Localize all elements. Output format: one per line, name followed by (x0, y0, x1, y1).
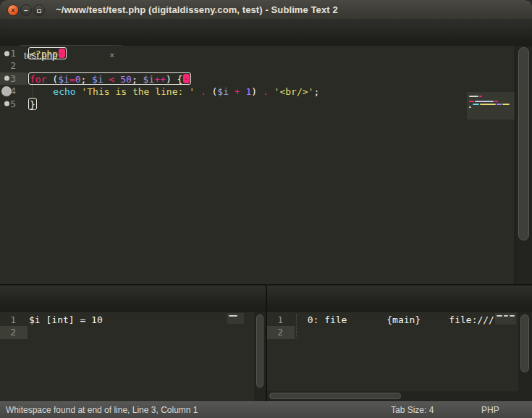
indent-guide (32, 85, 33, 98)
code-token: '<br/>' (274, 86, 314, 97)
tab-label: test.php (24, 45, 57, 66)
title-bar[interactable]: × − ~/www/test/test.php (digitaldisseny.… (0, 0, 532, 20)
line-number: 1 (0, 314, 28, 326)
breakpoint-region: } (28, 98, 37, 110)
line-number: 2 (0, 326, 28, 338)
code-token (195, 86, 200, 97)
trailing-space-marker (59, 49, 65, 58)
code-token: 50 (120, 74, 132, 85)
status-syntax[interactable]: PHP (481, 405, 499, 415)
editor-code-lines[interactable]: <?phpfor ($i=0; $i < 50; $i++) { echo 'T… (30, 47, 465, 110)
minimap-viewport[interactable] (467, 92, 515, 120)
current-position-icon[interactable] (1, 86, 12, 96)
line-number: 1 (267, 314, 295, 326)
context-panel-tab-bar: Xdebug Context × (0, 285, 266, 312)
code-token: ; (80, 74, 92, 85)
panel-line[interactable] (29, 326, 103, 338)
code-token (257, 86, 263, 97)
code-token: . (200, 86, 206, 97)
gutter-row[interactable]: 2 (0, 326, 28, 338)
gutter-row[interactable]: 3 (0, 72, 28, 85)
xdebug-stack-panel[interactable]: 12 0: file {main} file:/// (267, 312, 532, 401)
context-vscrollbar-thumb[interactable] (256, 314, 263, 388)
main-tab-bar: test.php × (0, 20, 532, 46)
minimap-mark (510, 315, 515, 317)
minimap-mark (497, 315, 502, 317)
window-title: ~/www/test/test.php (digitaldisseny.com,… (56, 4, 338, 15)
minimap-mark (497, 104, 502, 105)
code-line[interactable]: echo 'This is the line: ' . ($i + 1) . '… (30, 85, 465, 97)
stack-gutter[interactable]: 12 (267, 314, 295, 339)
code-line[interactable]: for ($i=0; $i < 50; $i++) { (30, 72, 465, 85)
code-token: ) { (166, 74, 182, 85)
minimap-mark (475, 101, 494, 102)
gutter-row[interactable]: 1 (267, 314, 295, 326)
editor-vscrollbar-thumb[interactable] (518, 47, 529, 241)
context-gutter[interactable]: 12 (0, 314, 28, 339)
stack-vscrollbar-thumb[interactable] (520, 314, 529, 372)
close-button[interactable]: × (7, 4, 19, 16)
code-token: 'This is the line: ' (81, 86, 195, 97)
status-tab-size[interactable]: Tab Size: 4 (391, 405, 434, 415)
breakpoint-icon[interactable] (4, 76, 9, 81)
gutter-row[interactable]: 1 (0, 314, 28, 326)
status-bar: Whitespace found at end of line, Line 3,… (0, 401, 532, 418)
panel-line[interactable]: 0: file {main} file:/// (296, 314, 494, 326)
breakpoint-icon[interactable] (4, 101, 9, 106)
trailing-space-marker (183, 74, 190, 83)
tab-close-icon[interactable]: × (110, 45, 114, 66)
context-vscrollbar[interactable] (254, 312, 266, 401)
code-token: $i (58, 74, 69, 85)
code-token: ; (313, 86, 319, 97)
editor-vscrollbar[interactable] (515, 46, 532, 284)
code-token: } (30, 99, 35, 110)
code-token: $i (217, 86, 229, 97)
gutter-row[interactable]: 4 (0, 85, 28, 97)
xdebug-context-panel[interactable]: 12 $i [int] = 10 (0, 312, 266, 401)
stack-panel-tab-bar: Xdebug Stack × (267, 285, 532, 312)
minimap-mark (479, 96, 482, 97)
code-line[interactable]: <?php (30, 47, 465, 59)
code-token: $i (92, 74, 104, 85)
code-token: = (69, 74, 75, 85)
breakpoint-region: for ($i=0; $i < 50; $i++) { (28, 72, 191, 85)
minimize-button[interactable]: − (20, 4, 32, 16)
window-controls: × − (7, 4, 45, 16)
code-token: + (235, 86, 240, 97)
stack-hscrollbar-thumb[interactable] (269, 393, 401, 399)
stack-vscrollbar[interactable] (518, 312, 532, 391)
stack-lines[interactable]: 0: file {main} file:/// (296, 314, 494, 339)
gutter-row[interactable]: 5 (0, 98, 28, 110)
code-token: . (263, 86, 269, 97)
breakpoint-icon[interactable] (4, 51, 9, 56)
minimap-mark (469, 101, 474, 102)
panel-line[interactable] (296, 326, 494, 338)
context-lines[interactable]: $i [int] = 10 (29, 314, 103, 339)
stack-hscrollbar[interactable] (267, 391, 532, 401)
code-editor[interactable]: 12345 <?phpfor ($i=0; $i < 50; $i++) { e… (0, 46, 532, 284)
minimap-mark (229, 315, 237, 317)
stack-minimap[interactable] (495, 313, 516, 325)
code-token: for (30, 74, 46, 85)
code-token: $i (143, 74, 155, 85)
code-token: ++ (154, 74, 166, 85)
gutter-row[interactable]: 2 (267, 326, 295, 338)
indent-guide (296, 314, 297, 338)
code-token: ( (206, 86, 218, 97)
minimap-mark (469, 96, 478, 97)
code-token (229, 86, 235, 97)
maximize-icon (37, 9, 41, 13)
maximize-button[interactable] (33, 4, 45, 16)
code-line[interactable]: } (30, 98, 465, 110)
context-minimap[interactable] (227, 313, 244, 324)
minimap-mark (504, 315, 508, 317)
code-token (30, 86, 53, 97)
minimap-mark (469, 106, 471, 108)
status-message: Whitespace found at end of line, Line 3,… (6, 405, 198, 415)
code-token: echo (53, 86, 75, 97)
code-line[interactable] (30, 59, 465, 72)
code-token: ) (251, 86, 257, 97)
minimap-mark (494, 101, 498, 102)
panel-line[interactable]: $i [int] = 10 (29, 314, 103, 326)
code-token (104, 74, 109, 85)
